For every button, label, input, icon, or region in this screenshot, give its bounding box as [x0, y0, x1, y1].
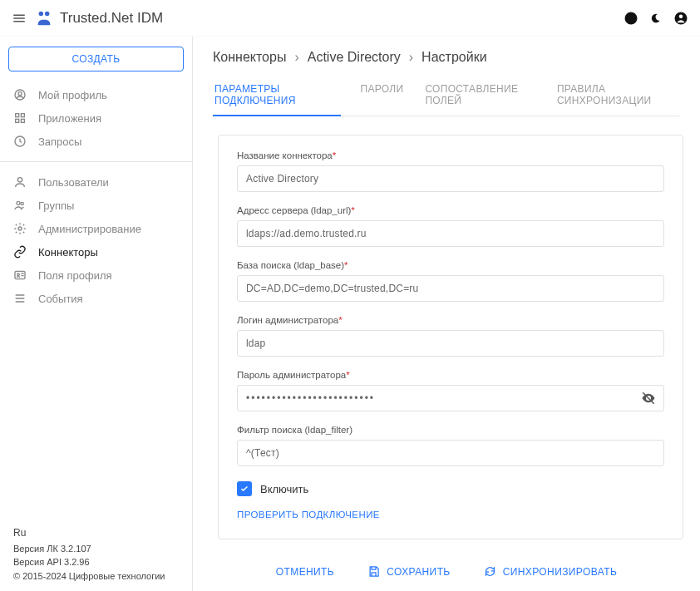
sidebar-item-label: Приложения — [38, 112, 101, 125]
sidebar-item-profile[interactable]: Мой профиль — [0, 83, 192, 106]
footer-version-lk: Версия ЛК 3.2.107 — [13, 542, 180, 556]
svg-point-5 — [18, 92, 22, 96]
svg-point-3 — [679, 14, 683, 18]
sidebar-item-label: Коннекторы — [38, 246, 98, 259]
tab-field-mapping[interactable]: СОПОСТАВЛЕНИЕ ПОЛЕЙ — [423, 76, 536, 116]
tab-passwords[interactable]: ПАРОЛИ — [359, 76, 406, 116]
chevron-right-icon: › — [409, 50, 413, 65]
user-icon — [13, 175, 27, 189]
main-content: Коннекторы › Active Directory › Настройк… — [193, 37, 700, 591]
tabs: ПАРАМЕТРЫ ПОДКЛЮЧЕНИЯ ПАРОЛИ СОПОСТАВЛЕН… — [213, 76, 680, 116]
admin-password-input[interactable] — [237, 385, 664, 411]
footer-version-api: Версия API 3.2.96 — [13, 555, 180, 569]
sync-button[interactable]: СИНХРОНИЗИРОВАТЬ — [484, 565, 618, 578]
sidebar-item-admin[interactable]: Администрирование — [0, 217, 192, 240]
sync-icon — [484, 565, 496, 578]
base-label: База поиска (ldap_base)* — [237, 260, 664, 270]
svg-point-1 — [45, 11, 49, 16]
moon-icon[interactable] — [648, 10, 664, 26]
tab-sync-rules[interactable]: ПРАВИЛА СИНХРОНИЗАЦИИ — [555, 76, 680, 116]
tab-connection[interactable]: ПАРАМЕТРЫ ПОДКЛЮЧЕНИЯ — [213, 76, 341, 116]
id-icon — [13, 268, 27, 282]
sidebar-item-label: Поля профиля — [38, 269, 112, 282]
sidebar-item-apps[interactable]: Приложения — [0, 106, 192, 130]
sidebar-item-users[interactable]: Пользователи — [0, 170, 192, 194]
svg-point-11 — [17, 178, 22, 182]
nav-section-admin: Пользователи Группы Администрирование Ко… — [0, 161, 192, 318]
sidebar-item-label: Пользователи — [38, 176, 109, 189]
brand-title: Trusted.Net IDM — [60, 10, 163, 27]
sidebar-item-events[interactable]: События — [0, 287, 192, 310]
svg-point-16 — [17, 273, 20, 276]
apps-icon — [13, 111, 27, 125]
check-icon — [239, 484, 249, 494]
breadcrumb-settings: Настройки — [421, 50, 486, 65]
ldap-url-input[interactable] — [237, 220, 664, 247]
sidebar-item-label: События — [38, 293, 83, 305]
svg-point-13 — [21, 202, 23, 204]
brand-icon — [35, 9, 53, 27]
account-icon[interactable] — [673, 11, 688, 26]
svg-point-0 — [39, 11, 44, 16]
svg-rect-7 — [21, 114, 24, 117]
svg-point-14 — [18, 227, 22, 230]
login-label: Логин администратора* — [237, 315, 664, 325]
sidebar-item-label: Администрирование — [38, 223, 141, 235]
footer-lang[interactable]: Ru — [13, 525, 180, 540]
filter-label: Фильтр поиска (ldap_filter) — [237, 425, 664, 435]
settings-icon — [13, 222, 27, 235]
footer-copyright: © 2015-2024 Цифровые технологии — [13, 569, 180, 584]
user-circle-icon — [13, 88, 27, 101]
connection-form: Название коннектора* Адресс сервера (lda… — [218, 135, 683, 539]
svg-point-12 — [17, 201, 20, 204]
test-connection-button[interactable]: ПРОВЕРИТЬ ПОДКЛЮЧЕНИЕ — [237, 510, 380, 520]
theme-icon[interactable] — [624, 11, 638, 26]
sidebar-item-profile-fields[interactable]: Поля профиля — [0, 263, 192, 287]
clock-icon — [13, 135, 27, 148]
admin-login-input[interactable] — [237, 330, 664, 357]
password-label: Пароль администратора* — [237, 370, 664, 380]
users-icon — [13, 199, 27, 212]
chevron-right-icon: › — [294, 50, 298, 65]
save-button[interactable]: СОХРАНИТЬ — [367, 565, 451, 578]
breadcrumb-connectors[interactable]: Коннекторы — [213, 50, 286, 65]
link-icon — [13, 245, 27, 259]
sidebar-item-requests[interactable]: Запросы — [0, 130, 192, 153]
sidebar-item-label: Группы — [38, 199, 74, 212]
visibility-off-icon[interactable] — [641, 391, 656, 406]
enable-checkbox[interactable] — [237, 481, 252, 496]
svg-rect-6 — [16, 114, 19, 117]
create-button[interactable]: СОЗДАТЬ — [8, 47, 184, 71]
action-bar: ОТМЕНИТЬ СОХРАНИТЬ СИНХРОНИЗИРОВАТЬ — [213, 550, 680, 591]
menu-icon[interactable] — [12, 11, 27, 26]
sidebar-item-groups[interactable]: Группы — [0, 194, 192, 217]
sidebar: СОЗДАТЬ Мой профиль Приложения Запросы П… — [0, 37, 193, 591]
list-icon — [13, 292, 27, 305]
sidebar-item-connectors[interactable]: Коннекторы — [0, 240, 192, 263]
sidebar-item-label: Запросы — [38, 135, 81, 148]
svg-rect-8 — [16, 119, 19, 122]
nav-section-personal: Мой профиль Приложения Запросы — [0, 81, 192, 161]
sidebar-item-label: Мой профиль — [38, 89, 107, 101]
ldap-base-input[interactable] — [237, 275, 664, 302]
name-label: Название коннектора* — [237, 150, 664, 160]
cancel-button[interactable]: ОТМЕНИТЬ — [276, 565, 334, 578]
breadcrumb: Коннекторы › Active Directory › Настройк… — [213, 50, 680, 65]
connector-name-input[interactable] — [237, 165, 664, 192]
sidebar-footer: Ru Версия ЛК 3.2.107 Версия API 3.2.96 ©… — [0, 519, 192, 592]
enable-label: Включить — [260, 483, 308, 495]
svg-rect-9 — [21, 119, 24, 122]
header-icons — [624, 11, 688, 26]
breadcrumb-connector-name[interactable]: Active Directory — [308, 50, 401, 65]
url-label: Адресс сервера (ldap_url)* — [237, 205, 664, 215]
save-icon — [367, 565, 380, 578]
app-header: Trusted.Net IDM — [0, 0, 700, 37]
ldap-filter-input[interactable] — [237, 440, 664, 466]
